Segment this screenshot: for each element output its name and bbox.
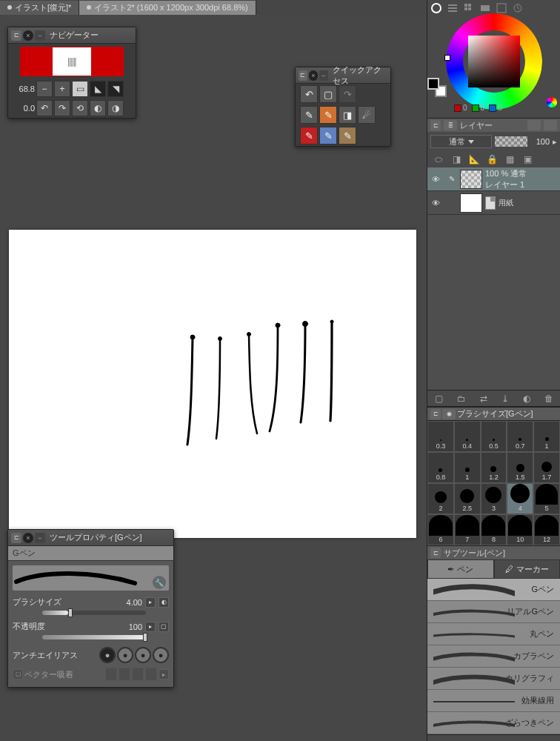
opacity-value[interactable]: 100 [113,622,142,631]
panel-close-icon[interactable]: × [23,533,33,543]
layer-tab-icon[interactable]: ≣ [444,120,457,130]
layer-thumbnail[interactable] [460,193,482,213]
navigator-thumbnail[interactable]: |||||| [20,47,124,76]
qa-tool-1[interactable]: ✎ [300,106,318,124]
rotate-reset-button[interactable]: ⟲ [72,100,88,116]
panel-pin-icon[interactable]: ⊏ [11,533,21,543]
layer-ruler-icon[interactable]: 📐 [467,153,481,166]
brush-size-cell[interactable]: 0.4 [454,421,481,452]
qa-tool-7[interactable]: ✎ [339,127,356,144]
sub-tool-item[interactable]: リアルGペン [427,601,560,623]
panel-pin-icon[interactable]: ⊏ [430,120,441,130]
zoom-fit-button[interactable]: ▭ [72,81,88,97]
blend-mode-dropdown[interactable]: 通常 [430,135,492,148]
brush-size-value[interactable]: 4.00 [113,598,142,607]
panel-minimize-icon[interactable]: − [35,30,45,41]
layer-row-paper[interactable]: 👁 用紙 [427,191,560,215]
panel-pin-icon[interactable]: ⊏ [299,70,307,81]
document-tab-1[interactable]: イラスト[復元]* [0,1,79,15]
layer-mask-button[interactable]: ◐ [523,393,530,404]
brush-size-cell[interactable]: 1.7 [533,452,560,483]
vector-options[interactable]: ▸ [159,669,169,679]
brush-size-dynamics[interactable]: ◐ [159,597,169,608]
brush-size-cell[interactable]: 7 [454,514,481,545]
antialias-medium[interactable]: ● [135,647,151,663]
foreground-color[interactable] [427,78,439,90]
brush-size-cell[interactable]: 0.7 [507,421,533,452]
layer-visibility-icon[interactable]: 👁 [427,175,444,184]
brush-size-cell[interactable]: 0.3 [427,421,454,452]
panel-minimize-icon[interactable]: − [319,70,328,81]
brush-size-cell[interactable]: 5 [533,483,560,514]
layer-merge-button[interactable]: ⤓ [501,393,509,404]
brush-size-cell[interactable]: 2.5 [454,483,481,514]
saturation-value-box[interactable] [468,36,520,87]
navigator-title-bar[interactable]: ⊏ × − ナビゲーター [8,27,136,44]
qa-tool-2[interactable]: ✎ [319,106,337,124]
document-tab-2[interactable]: イラスト2* (1600 x 1200px 300dpi 68.8%) [79,1,256,15]
zoom-in-button[interactable]: + [54,81,70,97]
qa-clear-button[interactable]: ▢ [319,85,337,103]
antialias-none[interactable]: ● [99,647,116,663]
subtool-tab-pen[interactable]: ✒ ペン [427,559,494,579]
brush-size-cell[interactable]: 6 [427,514,454,545]
rotate-cw-button[interactable]: ↷ [54,100,70,116]
rotate-option-1[interactable]: ◐ [90,100,106,116]
sub-tool-item[interactable]: 効果線用 [427,690,560,712]
opacity-dynamics[interactable]: ▢ [159,622,169,632]
new-layer-button[interactable]: ▢ [435,393,443,404]
brush-size-slider[interactable] [42,611,146,615]
antialias-strong[interactable]: ● [153,647,169,663]
sub-tool-item[interactable]: ざらつきペン [427,712,560,734]
opacity-slider[interactable] [42,635,146,639]
canvas[interactable] [9,230,416,538]
antialias-weak[interactable]: ● [117,647,133,663]
color-picker-icon[interactable] [547,97,557,107]
qa-tool-5[interactable]: ✎ [300,127,318,144]
qa-redo-button[interactable]: ↷ [339,85,356,103]
layer-clip-icon[interactable]: ⬭ [432,153,445,166]
flip-vertical-button[interactable]: ◥ [107,81,124,97]
opacity-stepper[interactable]: ▸ [145,622,156,632]
zoom-out-button[interactable]: − [36,81,53,97]
layer-extra-tab-1[interactable] [527,120,541,130]
layer-thumbnail[interactable] [460,170,482,189]
qa-undo-button[interactable]: ↶ [300,85,318,103]
brush-size-cell[interactable]: 10 [507,514,533,545]
panel-pin-icon[interactable]: ⊏ [430,409,441,419]
flip-horizontal-button[interactable]: ◣ [90,81,106,97]
sub-tool-item[interactable]: 丸ペン [427,623,560,645]
panel-pin-icon[interactable]: ⊏ [430,548,441,558]
sub-tool-item[interactable]: カリグラフィ [427,668,560,690]
brush-size-stepper[interactable]: ▸ [145,597,156,608]
panel-close-icon[interactable]: × [23,30,33,41]
tool-property-title-bar[interactable]: ⊏ × − ツールプロパティ[Gペン] [8,530,173,546]
layer-draw-icon[interactable]: ✎ [444,175,460,183]
brush-size-cell[interactable]: 1.2 [481,452,507,483]
new-folder-button[interactable]: 🗀 [457,393,466,404]
hue-ring-knob[interactable] [444,55,450,61]
brush-size-cell[interactable]: 8 [481,514,507,545]
layer-row-1[interactable]: 👁 ✎ 100 % 通常レイヤー 1 [427,167,560,191]
panel-close-icon[interactable]: × [309,70,318,81]
brush-size-cell[interactable]: 12 [533,514,560,545]
brush-size-cell[interactable]: 1 [533,421,560,452]
brush-size-cell[interactable]: 4 [507,483,533,514]
brush-size-cell[interactable]: 3 [481,483,507,514]
subtool-tab-marker[interactable]: 🖊 マーカー [494,559,561,579]
color-wheel-tab-icon[interactable] [429,1,444,15]
sub-tool-item[interactable]: Gペン [427,579,560,601]
tool-settings-button[interactable]: 🔧 [153,576,166,589]
qa-tool-eraser[interactable]: ◨ [339,106,356,124]
brush-size-tab-icon[interactable]: ◉ [442,409,456,419]
foreground-background-swatch[interactable] [427,78,447,97]
rotate-option-2[interactable]: ◑ [107,100,124,116]
brush-size-cell[interactable]: 1.5 [507,452,533,483]
layer-opacity-value[interactable]: 100 [530,137,550,146]
qa-tool-blend[interactable]: ☄ [358,106,376,124]
layer-opacity-slider[interactable] [495,136,527,147]
rotate-ccw-button[interactable]: ↶ [36,100,53,116]
brush-size-cell[interactable]: 2 [427,483,454,514]
qa-tool-6[interactable]: ✎ [319,127,337,144]
brush-size-cell[interactable]: 0.8 [427,452,454,483]
